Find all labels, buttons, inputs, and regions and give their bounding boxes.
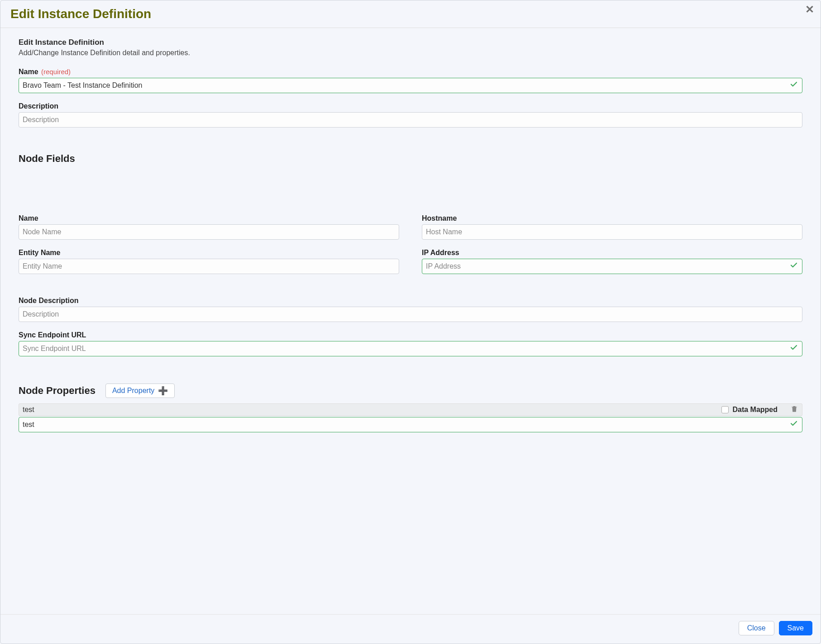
property-row-header: test Data Mapped (19, 403, 802, 416)
close-icon[interactable]: ✕ (805, 4, 814, 15)
ip-address-label: IP Address (422, 249, 802, 257)
modal-body: Edit Instance Definition Add/Change Inst… (0, 28, 821, 614)
node-properties-heading: Node Properties (19, 385, 95, 397)
name-label: Name (required) (19, 68, 802, 76)
close-button[interactable]: Close (739, 621, 774, 635)
modal-footer: Close Save (0, 614, 821, 644)
ip-address-input[interactable] (422, 259, 802, 274)
property-value-input[interactable] (19, 417, 802, 432)
save-button[interactable]: Save (779, 621, 812, 635)
modal-header: Edit Instance Definition ✕ (0, 0, 821, 28)
node-fields-heading: Node Fields (19, 153, 802, 165)
hostname-input[interactable] (422, 224, 802, 240)
node-description-label: Node Description (19, 297, 802, 305)
name-input[interactable] (19, 78, 802, 93)
sync-url-input[interactable] (19, 341, 802, 356)
add-property-label: Add Property (112, 387, 154, 395)
sync-url-label: Sync Endpoint URL (19, 331, 802, 339)
node-name-input[interactable] (19, 224, 399, 240)
node-description-input[interactable] (19, 307, 802, 322)
hostname-label: Hostname (422, 214, 802, 223)
description-label: Description (19, 102, 802, 110)
intro-text: Add/Change Instance Definition detail an… (19, 49, 802, 57)
data-mapped-checkbox[interactable] (721, 406, 729, 413)
data-mapped-label: Data Mapped (732, 406, 778, 414)
entity-name-input[interactable] (19, 259, 399, 274)
name-label-text: Name (19, 68, 38, 76)
entity-name-label: Entity Name (19, 249, 399, 257)
add-property-button[interactable]: Add Property ➕ (105, 384, 175, 398)
intro-title: Edit Instance Definition (19, 38, 802, 47)
trash-icon[interactable] (790, 405, 798, 415)
required-indicator: (required) (41, 68, 71, 76)
modal-title: Edit Instance Definition (10, 7, 811, 21)
description-input[interactable] (19, 112, 802, 128)
plus-icon: ➕ (158, 387, 168, 395)
property-name: test (23, 406, 721, 414)
node-name-label: Name (19, 214, 399, 223)
